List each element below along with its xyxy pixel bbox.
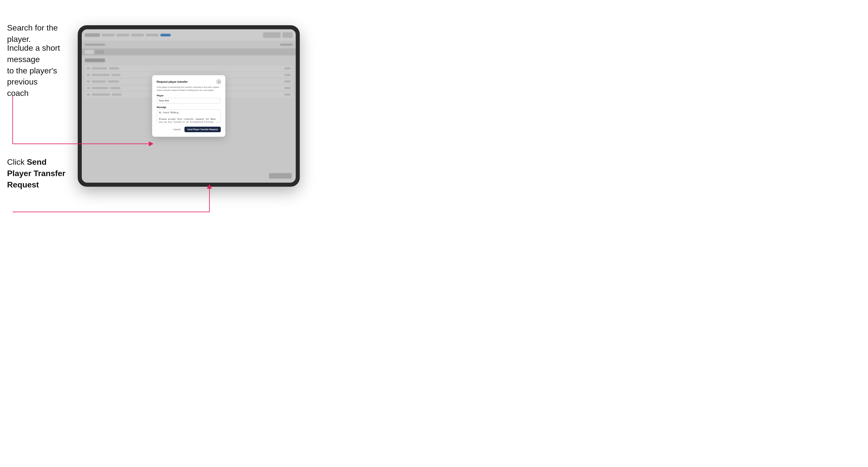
player-input[interactable] <box>157 98 221 103</box>
player-label: Player <box>157 94 221 97</box>
annotation-search: Search for the player. <box>7 22 73 45</box>
modal-title: Request player transfer <box>157 80 188 83</box>
modal-description: If the player is transferring from anoth… <box>157 86 221 92</box>
annotation-message: Include a short message to the player's … <box>7 42 73 99</box>
request-transfer-modal: Request player transfer ✕ If the player … <box>152 75 225 137</box>
send-transfer-request-button[interactable]: Send Player Transfer Request <box>184 127 221 132</box>
annotation-click: Click Send Player Transfer Request <box>7 156 68 190</box>
message-label: Message <box>157 106 221 108</box>
modal-header: Request player transfer ✕ <box>157 80 221 84</box>
cancel-button[interactable]: Cancel <box>171 127 182 132</box>
modal-footer: Cancel Send Player Transfer Request <box>157 127 221 132</box>
modal-close-button[interactable]: ✕ <box>217 80 221 84</box>
modal-overlay: Request player transfer ✕ If the player … <box>82 29 296 183</box>
message-textarea[interactable]: Hi Coach McHarg, Please accept this tran… <box>157 110 221 123</box>
tablet-device: Request player transfer ✕ If the player … <box>78 25 300 187</box>
tablet-screen: Request player transfer ✕ If the player … <box>82 29 296 183</box>
